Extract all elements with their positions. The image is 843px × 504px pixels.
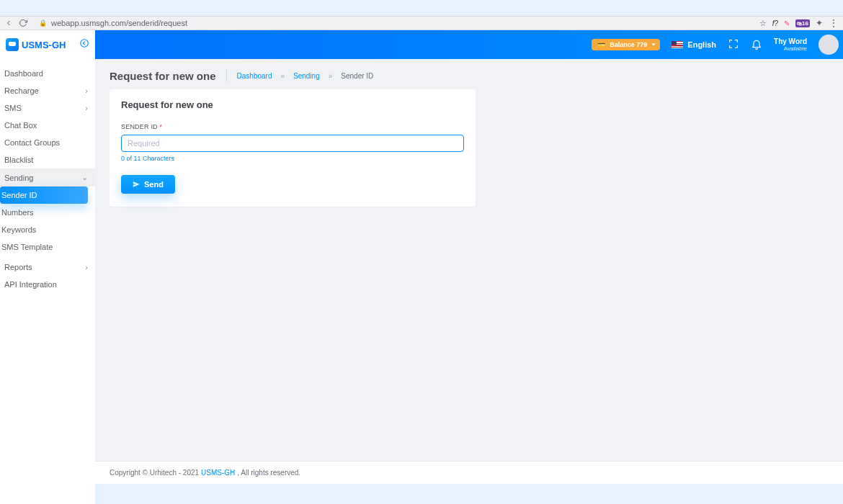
sidebar: USMS-GH Dashboard Recharge › SMS › Chat … [0, 30, 95, 504]
extension-badge[interactable]: 🛍16 [795, 19, 810, 27]
app-frame: USMS-GH Dashboard Recharge › SMS › Chat … [0, 30, 843, 504]
char-count-hint: 0 of 11 Characters [121, 155, 464, 162]
balance-text: Balance 779 [610, 41, 647, 48]
nav: Dashboard Recharge › SMS › Chat Box Cont… [0, 59, 95, 293]
extensions-icon[interactable]: ✦ [816, 18, 823, 28]
svg-point-0 [81, 40, 89, 48]
nav-sub-label: Numbers [1, 208, 34, 217]
crumb-current: Sender ID [341, 72, 373, 80]
nav-label: Blacklist [4, 156, 33, 164]
nav-item-recharge[interactable]: Recharge › [0, 82, 95, 99]
bell-icon[interactable] [751, 38, 762, 51]
divider [226, 69, 227, 82]
user-status: Available [774, 45, 807, 52]
footer-pre: Copyright © Urhitech - 2021 [110, 469, 199, 477]
chevron-right-icon: › [85, 86, 88, 95]
label-text: SENDER ID [121, 123, 158, 130]
crumb-sending[interactable]: Sending [293, 72, 320, 80]
breadcrumb: Dashboard » Sending » Sender ID [237, 72, 374, 80]
nav-sub-sms-template[interactable]: SMS Template [0, 238, 95, 256]
nav-sub-numbers[interactable]: Numbers [0, 204, 95, 221]
content-area: Request for new one Dashboard » Sending … [95, 59, 843, 504]
brand-logo-icon [6, 38, 19, 51]
url-field[interactable]: 🔒 webapp.usmsgh.com/senderid/request [35, 18, 745, 28]
nav-item-api-integration[interactable]: API Integration [0, 276, 95, 293]
crumb-sep: » [280, 72, 285, 80]
send-button-label: Send [144, 180, 164, 189]
user-name: Thy Word [774, 37, 807, 46]
sender-id-input[interactable] [121, 135, 464, 152]
send-icon [133, 181, 140, 188]
footer-link[interactable]: USMS-GH [201, 469, 235, 477]
nav-label: Recharge [4, 86, 39, 95]
language-label: English [687, 40, 716, 49]
nav-label: Reports [4, 263, 32, 271]
browser-address-bar: 🔒 webapp.usmsgh.com/senderid/request ☆ f… [0, 16, 843, 30]
required-mark: * [160, 123, 163, 130]
wallet-icon: 💳 [597, 41, 605, 48]
sender-id-label: SENDER ID * [121, 123, 162, 130]
chevron-down-icon: ⌄ [81, 173, 88, 182]
crumb-dashboard[interactable]: Dashboard [237, 72, 272, 80]
nav-item-blacklist[interactable]: Blacklist [0, 151, 95, 168]
nav-label: API Integration [4, 280, 57, 289]
brand[interactable]: USMS-GH [6, 38, 66, 51]
reload-icon[interactable] [19, 19, 27, 27]
nav-label: SMS [4, 104, 22, 112]
star-icon[interactable]: ☆ [759, 19, 767, 28]
balance-pill[interactable]: 💳 Balance 779 [592, 39, 660, 50]
nav-item-sms[interactable]: SMS › [0, 99, 95, 117]
card-heading: Request for new one [121, 99, 464, 110]
crumb-sep: » [329, 72, 333, 80]
chevron-right-icon: › [85, 263, 88, 271]
nav-item-sending[interactable]: Sending ⌄ [0, 168, 95, 186]
menu-icon[interactable]: ⋮ [829, 17, 839, 29]
nav-item-chatbox[interactable]: Chat Box [0, 117, 95, 134]
nav-sub-label: Keywords [1, 225, 36, 234]
language-switcher[interactable]: English [672, 40, 716, 49]
brand-text: USMS-GH [22, 40, 66, 50]
nav-sub-sender-id[interactable]: Sender ID [0, 186, 88, 204]
nav-label: Chat Box [4, 121, 37, 130]
user-block[interactable]: Thy Word Available [774, 37, 807, 53]
extension-icon-2[interactable]: ✎ [784, 19, 790, 27]
fullscreen-icon[interactable] [728, 38, 739, 51]
chevron-right-icon: › [85, 104, 88, 112]
page-bottom-gap [95, 484, 843, 504]
nav-item-contact-groups[interactable]: Contact Groups [0, 134, 95, 151]
browser-tabstrip-gap [0, 0, 843, 16]
sidebar-collapse-icon[interactable] [79, 38, 89, 51]
back-icon[interactable] [4, 19, 13, 27]
avatar[interactable] [819, 35, 839, 55]
url-text: webapp.usmsgh.com/senderid/request [51, 19, 187, 27]
nav-label: Contact Groups [4, 138, 60, 147]
nav-item-dashboard[interactable]: Dashboard [0, 65, 95, 82]
extension-icon-1[interactable]: f? [772, 19, 778, 27]
nav-sub-label: SMS Template [1, 243, 53, 251]
footer: Copyright © Urhitech - 2021 USMS-GH , Al… [95, 461, 843, 484]
page-title: Request for new one [110, 70, 216, 82]
request-card: Request for new one SENDER ID * 0 of 11 … [110, 89, 476, 207]
nav-label: Sending [4, 174, 33, 182]
nav-sub-label: Sender ID [1, 191, 37, 199]
topbar: 💳 Balance 779 English Thy Word Available [95, 30, 843, 59]
footer-post: , All rights reserved. [237, 469, 300, 477]
nav-sub-keywords[interactable]: Keywords [0, 221, 95, 238]
nav-label: Dashboard [4, 69, 43, 78]
lock-icon: 🔒 [39, 19, 47, 27]
nav-item-reports[interactable]: Reports › [0, 258, 95, 276]
send-button[interactable]: Send [121, 175, 175, 194]
flag-us-icon [672, 41, 683, 48]
